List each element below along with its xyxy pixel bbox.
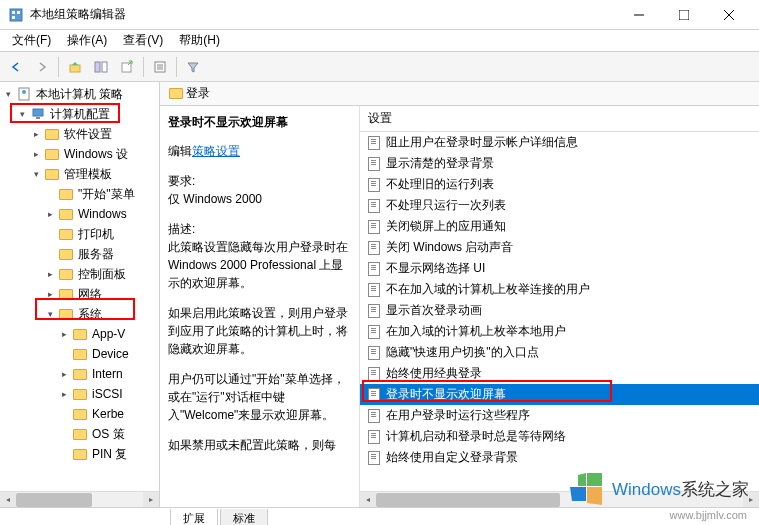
tree-item[interactable]: PIN 复	[2, 444, 157, 464]
policy-doc-icon	[366, 324, 382, 340]
scroll-left-button-settings[interactable]: ◂	[360, 492, 376, 508]
chevron-right-icon[interactable]: ▸	[30, 128, 42, 140]
tree-item-label: 管理模板	[62, 166, 114, 183]
svg-rect-5	[679, 10, 689, 20]
forward-button[interactable]	[30, 55, 54, 79]
properties-button[interactable]	[148, 55, 172, 79]
setting-item-label: 在加入域的计算机上枚举本地用户	[386, 323, 566, 340]
tree-root[interactable]: ▾ 本地计算机 策略	[2, 84, 157, 104]
tree-item-label: Kerbe	[90, 407, 126, 421]
tree-item[interactable]: 服务器	[2, 244, 157, 264]
folder-icon	[58, 226, 74, 242]
chevron-right-icon[interactable]: ▸	[30, 148, 42, 160]
folder-icon	[58, 246, 74, 262]
chevron-none	[44, 228, 56, 240]
menu-action[interactable]: 操作(A)	[59, 30, 115, 51]
setting-item[interactable]: 阻止用户在登录时显示帐户详细信息	[360, 132, 759, 153]
export-button[interactable]	[115, 55, 139, 79]
tree-item-label: Windows	[76, 207, 129, 221]
policy-doc-icon	[366, 366, 382, 382]
setting-item[interactable]: 显示清楚的登录背景	[360, 153, 759, 174]
setting-item-label: 不处理只运行一次列表	[386, 197, 506, 214]
chevron-right-icon[interactable]: ▸	[44, 208, 56, 220]
menu-view[interactable]: 查看(V)	[115, 30, 171, 51]
tree-item[interactable]: ▾计算机配置	[2, 104, 157, 124]
tab-standard[interactable]: 标准	[220, 509, 268, 525]
chevron-down-icon[interactable]: ▾	[2, 88, 14, 100]
policy-doc-icon	[366, 345, 382, 361]
chevron-right-icon[interactable]: ▸	[44, 268, 56, 280]
tree-item[interactable]: OS 策	[2, 424, 157, 444]
folder-icon	[58, 306, 74, 322]
settings-panel[interactable]: 设置 阻止用户在登录时显示帐户详细信息显示清楚的登录背景不处理旧的运行列表不处理…	[360, 106, 759, 507]
setting-item[interactable]: 始终使用自定义登录背景	[360, 447, 759, 468]
setting-item[interactable]: 不处理只运行一次列表	[360, 195, 759, 216]
tree-item[interactable]: "开始"菜单	[2, 184, 157, 204]
tree-item[interactable]: ▾管理模板	[2, 164, 157, 184]
show-hide-tree-button[interactable]	[89, 55, 113, 79]
tree-item[interactable]: ▸Windows 设	[2, 144, 157, 164]
tree-item[interactable]: ▸App-V	[2, 324, 157, 344]
setting-item[interactable]: 在用户登录时运行这些程序	[360, 405, 759, 426]
chevron-right-icon[interactable]: ▸	[58, 328, 70, 340]
chevron-right-icon[interactable]: ▸	[58, 388, 70, 400]
setting-item[interactable]: 登录时不显示欢迎屏幕	[360, 384, 759, 405]
chevron-none	[44, 188, 56, 200]
content-header-label: 登录	[186, 85, 210, 102]
chevron-none	[58, 448, 70, 460]
tree-item[interactable]: ▾系统	[2, 304, 157, 324]
tree-item[interactable]: ▸Intern	[2, 364, 157, 384]
folder-icon	[72, 446, 88, 462]
setting-item[interactable]: 不处理旧的运行列表	[360, 174, 759, 195]
chevron-none	[44, 248, 56, 260]
chevron-right-icon[interactable]: ▸	[58, 368, 70, 380]
setting-item[interactable]: 不显示网络选择 UI	[360, 258, 759, 279]
setting-item[interactable]: 关闭锁屏上的应用通知	[360, 216, 759, 237]
folder-icon	[168, 86, 184, 102]
tree-item[interactable]: ▸软件设置	[2, 124, 157, 144]
policy-doc-icon	[366, 408, 382, 424]
svg-rect-9	[95, 62, 100, 72]
scroll-left-button[interactable]: ◂	[0, 492, 16, 508]
svg-rect-19	[36, 117, 40, 119]
chevron-down-icon[interactable]: ▾	[44, 308, 56, 320]
filter-button[interactable]	[181, 55, 205, 79]
chevron-down-icon[interactable]: ▾	[30, 168, 42, 180]
svg-rect-2	[17, 11, 20, 14]
scroll-right-button-settings[interactable]: ▸	[743, 492, 759, 508]
minimize-button[interactable]	[616, 1, 661, 29]
tree-item[interactable]: ▸iSCSI	[2, 384, 157, 404]
edit-policy-link[interactable]: 策略设置	[192, 144, 240, 158]
menu-file[interactable]: 文件(F)	[4, 30, 59, 51]
setting-item[interactable]: 关闭 Windows 启动声音	[360, 237, 759, 258]
chevron-right-icon[interactable]: ▸	[44, 288, 56, 300]
close-button[interactable]	[706, 1, 751, 29]
chevron-down-icon[interactable]: ▾	[16, 108, 28, 120]
tree-item-label: Device	[90, 347, 131, 361]
folder-icon	[58, 186, 74, 202]
tree-item[interactable]: 打印机	[2, 224, 157, 244]
tree-item[interactable]: Kerbe	[2, 404, 157, 424]
setting-item[interactable]: 不在加入域的计算机上枚举连接的用户	[360, 279, 759, 300]
menu-help[interactable]: 帮助(H)	[171, 30, 228, 51]
maximize-button[interactable]	[661, 1, 706, 29]
window-title: 本地组策略编辑器	[30, 6, 616, 23]
policy-doc-icon	[366, 240, 382, 256]
tree-item[interactable]: ▸Windows	[2, 204, 157, 224]
scroll-right-button[interactable]: ▸	[143, 492, 159, 508]
up-button[interactable]	[63, 55, 87, 79]
tree-item[interactable]: ▸网络	[2, 284, 157, 304]
tab-extended[interactable]: 扩展	[170, 509, 218, 525]
tree-item[interactable]: ▸控制面板	[2, 264, 157, 284]
tree-panel[interactable]: ▾ 本地计算机 策略 ▾计算机配置▸软件设置▸Windows 设▾管理模板"开始…	[0, 82, 160, 507]
setting-item[interactable]: 隐藏"快速用户切换"的入口点	[360, 342, 759, 363]
folder-icon	[72, 426, 88, 442]
setting-item[interactable]: 始终使用经典登录	[360, 363, 759, 384]
setting-item-label: 显示清楚的登录背景	[386, 155, 494, 172]
setting-item[interactable]: 在加入域的计算机上枚举本地用户	[360, 321, 759, 342]
setting-item[interactable]: 计算机启动和登录时总是等待网络	[360, 426, 759, 447]
tree-item[interactable]: Device	[2, 344, 157, 364]
settings-column-header[interactable]: 设置	[360, 106, 759, 132]
back-button[interactable]	[4, 55, 28, 79]
setting-item[interactable]: 显示首次登录动画	[360, 300, 759, 321]
